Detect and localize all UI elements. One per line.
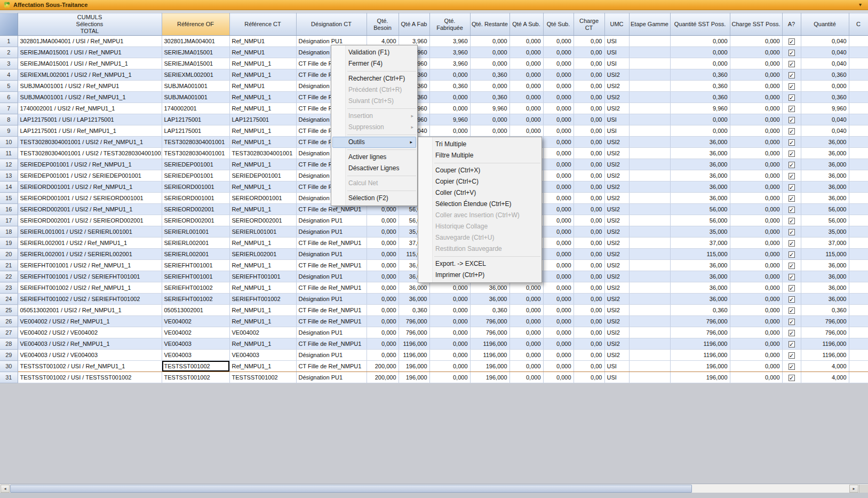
cell-charge_ct[interactable]: 0,00 — [574, 316, 604, 327]
row-checkbox[interactable]: ✓ — [789, 319, 795, 325]
cell-qte_a_fab[interactable]: 1196,000 — [399, 338, 429, 350]
row-header-29[interactable]: 29 — [0, 350, 18, 361]
cell-qte_a_sub[interactable]: 0,000 — [509, 327, 543, 338]
cell-qte_sub[interactable]: 0,000 — [543, 327, 574, 338]
cell-a[interactable]: ✓ — [782, 238, 801, 249]
cell-qte_sub[interactable]: 0,000 — [543, 226, 574, 238]
column-header-qte_sst_poss[interactable]: Quantité SST Poss. — [670, 13, 730, 36]
cell-umc[interactable]: USI2 — [604, 193, 629, 204]
cell-charge_ct[interactable]: 0,00 — [574, 58, 604, 69]
row-header-30[interactable]: 30 — [0, 361, 18, 372]
cell-quantite[interactable]: 1196,000 — [801, 338, 849, 350]
cell-cumuls[interactable]: SERIEJMA015001 / USI / Ref_NMPU1_1 — [18, 58, 162, 69]
row-header-13[interactable]: 13 — [0, 170, 18, 181]
cell-qte_fabriquee[interactable]: 0,000 — [429, 69, 470, 81]
row-checkbox[interactable]: ✓ — [789, 50, 795, 56]
cell-quantite[interactable]: 0,360 — [801, 69, 849, 81]
cell-ref_of[interactable]: TESTSST001002 — [162, 372, 229, 383]
cell-cumuls[interactable]: SERIERL002001 / USI2 / Ref_NMPU1_1 — [18, 238, 162, 249]
row-checkbox[interactable]: ✓ — [789, 240, 795, 247]
cell-qte_a_sub[interactable]: 0,000 — [509, 282, 543, 294]
cell-charge_sst_poss[interactable]: 0,000 — [730, 215, 782, 226]
cell-cumuls[interactable]: SUBJMA001001 / USI2 / Ref_NMPU1_1 — [18, 92, 162, 103]
cell-quantite[interactable]: 0,040 — [801, 58, 849, 69]
cell-ref_ct[interactable]: Ref_NMPU1_1 — [229, 282, 296, 294]
cell-qte_fabriquee[interactable]: 3,960 — [429, 47, 470, 58]
cell-charge_ct[interactable]: 0,00 — [574, 271, 604, 282]
cell-etape_gamme[interactable] — [629, 260, 670, 271]
cell-quantite[interactable]: 4,000 — [801, 361, 849, 372]
cell-partial[interactable] — [849, 137, 868, 148]
cell-qte_sst_poss[interactable]: 36,000 — [670, 148, 730, 159]
cell-qte_sub[interactable]: 0,000 — [543, 114, 574, 125]
cell-qte_restante[interactable]: 0,000 — [470, 36, 509, 47]
cell-qte_sst_poss[interactable]: 36,000 — [670, 137, 730, 148]
cell-qte_a_sub[interactable]: 0,000 — [509, 36, 543, 47]
cell-a[interactable]: ✓ — [782, 193, 801, 204]
cell-qte_sst_poss[interactable]: 36,000 — [670, 193, 730, 204]
cell-qte_restante[interactable]: 1196,000 — [470, 338, 509, 350]
cell-ref_of[interactable]: 050513002001 — [162, 305, 229, 316]
cell-qte_besoin[interactable]: 0,000 — [367, 350, 399, 361]
cell-a[interactable]: ✓ — [782, 338, 801, 350]
cell-etape_gamme[interactable] — [629, 92, 670, 103]
cell-qte_fabriquee[interactable]: 0,000 — [429, 294, 470, 305]
column-header-qte_sub[interactable]: Qté Sub. — [543, 13, 574, 36]
cell-quantite[interactable]: 36,000 — [801, 294, 849, 305]
cell-qte_besoin[interactable]: 0,000 — [367, 316, 399, 327]
cell-ref_ct[interactable]: Ref_NMPU1_1 — [229, 137, 296, 148]
row-header-17[interactable]: 17 — [0, 215, 18, 226]
cell-qte_a_sub[interactable]: 0,000 — [509, 372, 543, 383]
cell-qte_sst_poss[interactable]: 36,000 — [670, 170, 730, 181]
cell-ref_ct[interactable]: Ref_NMPU1_1 — [229, 125, 296, 137]
cell-qte_sub[interactable]: 0,000 — [543, 271, 574, 282]
cell-charge_ct[interactable]: 0,00 — [574, 193, 604, 204]
row-header-5[interactable]: 5 — [0, 81, 18, 92]
cell-a[interactable]: ✓ — [782, 125, 801, 137]
cell-qte_a_sub[interactable]: 0,000 — [509, 47, 543, 58]
cell-quantite[interactable]: 796,000 — [801, 327, 849, 338]
cell-a[interactable]: ✓ — [782, 305, 801, 316]
cell-partial[interactable] — [849, 361, 868, 372]
cell-partial[interactable] — [849, 114, 868, 125]
cell-umc[interactable]: USI2 — [604, 204, 629, 215]
cell-qte_sst_poss[interactable]: 0,000 — [670, 58, 730, 69]
cell-partial[interactable] — [849, 327, 868, 338]
cell-ref_of[interactable]: SUBJMA001001 — [162, 92, 229, 103]
cell-charge_sst_poss[interactable]: 0,000 — [730, 181, 782, 193]
cell-ref_of[interactable]: VE004002 — [162, 316, 229, 327]
cell-qte_a_sub[interactable]: 0,000 — [509, 114, 543, 125]
row-checkbox[interactable]: ✓ — [789, 139, 795, 146]
cell-designation_ct[interactable]: CT Fille de Ref_NMPU1 — [296, 316, 367, 327]
cell-charge_sst_poss[interactable]: 0,000 — [730, 338, 782, 350]
cell-cumuls[interactable]: VE004002 / USI2 / VE004002 — [18, 327, 162, 338]
row-header-24[interactable]: 24 — [0, 294, 18, 305]
cell-qte_sub[interactable]: 0,000 — [543, 69, 574, 81]
cell-cumuls[interactable]: SERIEJMA015001 / USI / Ref_NMPU1 — [18, 47, 162, 58]
cell-ref_ct[interactable]: Ref_NMPU1_1 — [229, 316, 296, 327]
cell-charge_ct[interactable]: 0,00 — [574, 260, 604, 271]
cell-ref_of[interactable]: VE004003 — [162, 350, 229, 361]
row-checkbox[interactable]: ✓ — [789, 352, 795, 359]
cell-ref_of[interactable]: SERIEORD002001 — [162, 204, 229, 215]
cell-a[interactable]: ✓ — [782, 137, 801, 148]
cell-designation_ct[interactable]: CT Fille de Ref_NMPU1 — [296, 305, 367, 316]
cell-ref_ct[interactable]: Ref_NMPU1_1 — [229, 204, 296, 215]
column-header-cumuls[interactable]: CUMULS Sélections TOTAL — [18, 13, 162, 36]
cell-etape_gamme[interactable] — [629, 69, 670, 81]
cell-partial[interactable] — [849, 125, 868, 137]
row-checkbox[interactable]: ✓ — [789, 229, 795, 235]
cell-charge_ct[interactable]: 0,00 — [574, 361, 604, 372]
cell-ref_ct[interactable]: Ref_NMPU1_1 — [229, 92, 296, 103]
cell-ref_ct[interactable]: SERIEFHT001001 — [229, 271, 296, 282]
cell-umc[interactable]: USI2 — [604, 148, 629, 159]
cell-a[interactable]: ✓ — [782, 316, 801, 327]
cell-a[interactable]: ✓ — [782, 36, 801, 47]
cell-qte_besoin[interactable]: 200,000 — [367, 361, 399, 372]
row-header-18[interactable]: 18 — [0, 226, 18, 238]
cell-a[interactable]: ✓ — [782, 159, 801, 170]
row-header-3[interactable]: 3 — [0, 58, 18, 69]
cell-ref_ct[interactable]: TESTSST001002 — [229, 372, 296, 383]
cell-ref_of[interactable]: SERIEFHT001002 — [162, 294, 229, 305]
cell-ref_of[interactable]: TESTSST001002 — [162, 361, 229, 372]
